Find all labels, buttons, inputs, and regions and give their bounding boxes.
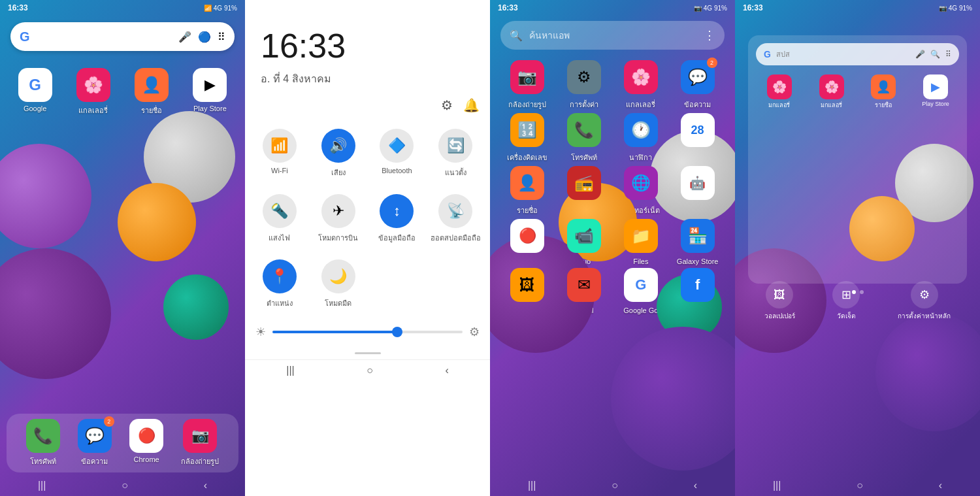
nav-bar-4: ||| ○ ‹ [735, 475, 980, 496]
signal-4: 4G [949, 5, 957, 12]
app-contacts[interactable]: 👤 รายชื่อ [127, 68, 176, 116]
app-grid-home: G Google 🌸 แกลเลอรี่ 👤 รายชื่อ ▶ Play St… [0, 58, 245, 127]
nav-home-2[interactable]: ○ [367, 365, 373, 376]
drawer-calculator[interactable]: 🔢 เครื่องคิดเลข [500, 113, 555, 163]
nav-home-3[interactable]: ○ [612, 480, 618, 491]
bluetooth-icon: 🔷 [380, 129, 414, 163]
google-search-bar[interactable]: G 🎤 🔵 ⠿ [10, 22, 235, 51]
mic-icon[interactable]: 🎤 [178, 31, 191, 43]
qs-airplane[interactable]: ✈ โหมดการบิน [309, 186, 368, 252]
apps-icon[interactable]: ⠿ [218, 31, 225, 43]
mini-contacts-label: รายชื่อ [875, 101, 892, 110]
gallerygo-icon: 🖼 [519, 276, 535, 294]
drawer-files-label: Files [633, 257, 648, 265]
bottom-dock: 📞 โทรศัพท์ 💬 2 ข้อความ 🔴 Chrome 📷 กล้องถ… [7, 414, 238, 472]
radio-icon: 📻 [574, 174, 594, 192]
qs-flashlight[interactable]: 🔦 แสงไฟ [250, 186, 309, 252]
app-drawer-search-bar[interactable]: 🔍 ค้นหาแอพ ⋮ [500, 21, 725, 50]
panel-home-screen: 16:33 📶 4G 91% G 🎤 🔵 ⠿ G Google 🌸 แกลเลอ… [0, 0, 245, 496]
drawer-settings[interactable]: ⚙ การตั้งค่า [557, 60, 612, 110]
qs-airplane-label: โหมดการบิน [318, 232, 358, 244]
app-gallery[interactable]: 🌸 แกลเลอรี่ [69, 68, 118, 116]
assistant-icon: 🤖 [689, 175, 706, 191]
nav-recent-3[interactable]: ||| [528, 480, 536, 491]
battery-icon: 91% [224, 5, 237, 12]
mini-app-grid: 🌸 มกแลอรี่ 🌸 มกแลอรี่ 👤 รายชื่อ ▶ Play S… [756, 72, 959, 112]
drawer-phone[interactable]: 📞 โทรศัพท์ [557, 113, 612, 163]
qs-mobiledata[interactable]: ↕ ข้อมูลมือถือ [368, 186, 427, 252]
lens-icon[interactable]: 🔵 [198, 31, 211, 43]
nav-back-1[interactable]: ‹ [204, 480, 207, 491]
nav-back-3[interactable]: ‹ [694, 480, 697, 491]
mini-g-logo: G [764, 49, 771, 59]
mini-search-text: สปส [776, 48, 910, 60]
qs-darkmode[interactable]: 🌙 โหมดมืด [309, 252, 368, 317]
drawer-settings-label: การตั้งค่า [570, 99, 598, 110]
flashlight-icon: 🔦 [263, 194, 297, 228]
qs-hotspot[interactable]: 📡 ฮอตสปอตมือถือ [426, 186, 485, 252]
nav-recent-4[interactable]: ||| [773, 480, 781, 491]
dock-camera[interactable]: 📷 กล้องถ่ายรูป [181, 419, 219, 467]
mini-lens-icon: 🔍 [930, 50, 940, 59]
mini-contacts[interactable]: 🌸 มกแลอรี่ [808, 74, 855, 110]
qs-edit-icon[interactable]: 🔔 [463, 97, 480, 113]
mini-gallery2-label: มกแลอรี่ [821, 101, 842, 110]
dock-messages[interactable]: 💬 2 ข้อความ [78, 419, 112, 467]
signal-icon: 4G [214, 5, 222, 12]
app-playstore[interactable]: ▶ Play Store [186, 68, 235, 116]
qs-sound[interactable]: 🔊 เสียง [309, 121, 368, 186]
qs-rotation-label: แนวตั้ง [445, 167, 466, 178]
drawer-phone-label: โทรศัพท์ [571, 152, 597, 163]
phone-icon: 📞 [33, 427, 53, 445]
mini-search-bar: G สปส 🎤 🔍 ⠿ [756, 43, 959, 65]
qs-bluetooth[interactable]: 🔷 Bluetooth [368, 121, 427, 186]
dock-chrome-label: Chrome [134, 455, 159, 463]
status-time: 16:33 [8, 3, 28, 12]
googlego-icon: G [635, 276, 646, 293]
nav-recent-2[interactable]: ||| [286, 365, 294, 376]
drawer-more-icon[interactable]: ⋮ [704, 28, 715, 42]
drawer-contacts[interactable]: 👤 รายชื่อ [500, 166, 555, 216]
mini-google[interactable]: 🌸 มกแลอรี่ [756, 74, 803, 110]
brightness-slider[interactable] [272, 331, 463, 333]
drawer-galaxystore[interactable]: 🏪 Galaxy Store [670, 219, 725, 265]
dock-chrome[interactable]: 🔴 Chrome [129, 419, 163, 467]
brightness-low-icon: ☀ [255, 325, 266, 339]
decorative-ball-purple2 [0, 248, 111, 379]
dock-messages-label: ข้อความ [81, 455, 108, 467]
toolbar-home-settings[interactable]: ⚙ การตั้งค่าหน้าหลัก [898, 281, 951, 321]
brightness-control[interactable]: ☀ ⚙ [245, 317, 490, 347]
brightness-thumb[interactable] [392, 327, 402, 337]
brightness-fill [272, 331, 396, 333]
drawer-camera[interactable]: 📷 กล้องถ่ายรูป [500, 60, 555, 110]
status-icons-3: 📷 4G 91% [694, 5, 727, 12]
wallpaper-icon: 🖼 [766, 281, 793, 308]
qs-location[interactable]: 📍 ตำแหน่ง [250, 252, 309, 317]
mini-contacts2[interactable]: 👤 รายชื่อ [860, 74, 907, 110]
toolbar-wallpaper[interactable]: 🖼 วอลเปเปอร์ [764, 281, 795, 321]
camera-icon-drawer: 📷 [517, 68, 537, 86]
rotation-icon: 🔄 [438, 129, 472, 163]
mini-playstore[interactable]: ▶ Play Store [912, 74, 959, 110]
qs-settings-icon[interactable]: ⚙ [441, 97, 453, 113]
dock-phone[interactable]: 📞 โทรศัพท์ [26, 419, 60, 467]
drawer-messages[interactable]: 💬 2 ข้อความ [670, 60, 725, 110]
mobiledata-icon: ↕ [380, 194, 414, 228]
toolbar-wallpaper-label: วอลเปเปอร์ [764, 311, 795, 321]
brightness-settings-icon[interactable]: ⚙ [469, 325, 480, 339]
nav-back-2[interactable]: ‹ [445, 365, 448, 376]
status-icons: 📶 4G 91% [204, 5, 237, 12]
drawer-gallery[interactable]: 🌸 แกลเลอรี่ [614, 60, 668, 110]
qs-rotation[interactable]: 🔄 แนวตั้ง [426, 121, 485, 186]
app-google[interactable]: G Google [10, 68, 59, 116]
qs-wifi[interactable]: 📶 Wi-Fi [250, 121, 309, 186]
toolbar-widgets[interactable]: ⊞ วัดเจ็ต [832, 281, 860, 321]
nav-home-1[interactable]: ○ [122, 480, 128, 491]
app-contacts-label: รายชื่อ [141, 105, 162, 116]
nav-back-4[interactable]: ‹ [939, 480, 942, 491]
messages-badge: 2 [104, 416, 114, 427]
qs-darkmode-label: โหมดมืด [325, 297, 351, 309]
nav-home-4[interactable]: ○ [857, 480, 863, 491]
sound-icon: 🔊 [321, 129, 355, 163]
nav-recent-1[interactable]: ||| [38, 480, 46, 491]
